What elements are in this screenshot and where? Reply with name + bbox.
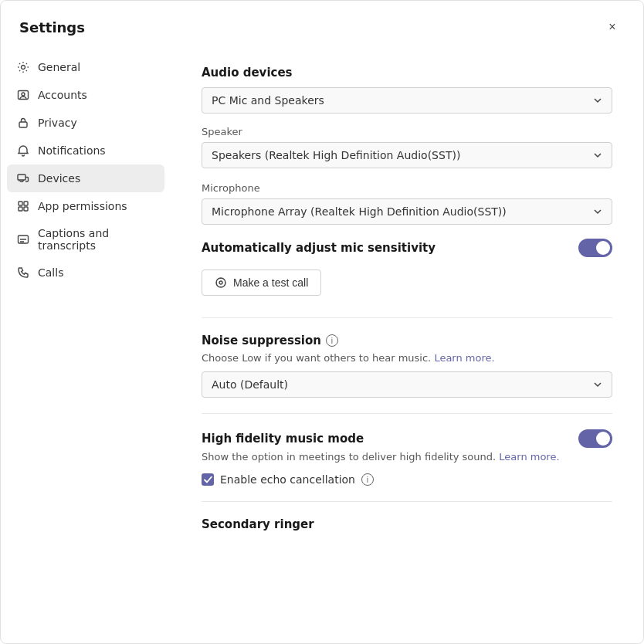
echo-cancellation-checkbox[interactable]	[202, 473, 214, 486]
speaker-dropdown[interactable]: Speakers (Realtek High Definition Audio(…	[202, 142, 612, 168]
close-button[interactable]: ×	[600, 15, 625, 39]
title-bar: Settings ×	[1, 1, 643, 50]
speaker-label: Speaker	[202, 126, 612, 137]
sidebar-item-captions[interactable]: Captions and transcripts	[7, 220, 164, 259]
microphone-dropdown[interactable]: Microphone Array (Realtek High Definitio…	[202, 198, 612, 225]
svg-rect-6	[24, 202, 28, 205]
high-fidelity-row: High fidelity music mode	[202, 429, 612, 448]
high-fidelity-toggle[interactable]	[578, 429, 612, 448]
sidebar-label-captions: Captions and transcripts	[38, 227, 155, 252]
microphone-label: Microphone	[202, 182, 612, 194]
svg-point-0	[22, 66, 25, 69]
audio-devices-title: Audio devices	[202, 66, 612, 80]
chevron-down-icon	[593, 380, 602, 389]
svg-rect-3	[19, 122, 27, 127]
test-call-button[interactable]: Make a test call	[202, 269, 321, 296]
main-content: Audio devices PC Mic and Speakers Speake…	[171, 50, 643, 643]
sidebar-item-privacy[interactable]: Privacy	[7, 109, 164, 137]
divider-2	[202, 413, 612, 414]
svg-rect-4	[18, 175, 25, 180]
phone-icon	[16, 266, 30, 280]
sidebar-label-general: General	[38, 61, 80, 73]
captions-icon	[16, 232, 30, 246]
sidebar-item-general[interactable]: General	[7, 53, 164, 81]
app-permissions-icon	[16, 199, 30, 213]
sidebar-label-notifications: Notifications	[38, 144, 106, 157]
sidebar-item-devices[interactable]: Devices	[7, 164, 164, 192]
echo-cancellation-row: Enable echo cancellation i	[202, 473, 612, 486]
svg-point-11	[219, 281, 222, 284]
microphone-group: Microphone Microphone Array (Realtek Hig…	[202, 182, 612, 225]
lock-icon	[16, 116, 30, 130]
secondary-ringer-title: Secondary ringer	[202, 517, 612, 531]
svg-point-2	[22, 93, 25, 96]
auto-adjust-label: Automatically adjust mic sensitivity	[202, 241, 436, 255]
high-fidelity-label: High fidelity music mode	[202, 432, 364, 446]
sidebar-item-app-permissions[interactable]: App permissions	[7, 192, 164, 220]
divider-3	[202, 501, 612, 502]
window-title: Settings	[19, 19, 85, 36]
noise-suppression-dropdown[interactable]: Auto (Default)	[202, 371, 612, 398]
devices-icon	[16, 171, 30, 185]
sidebar-label-accounts: Accounts	[38, 89, 87, 101]
echo-cancellation-label: Enable echo cancellation	[220, 473, 355, 486]
sidebar: General Accounts	[1, 50, 171, 643]
settings-window: Settings × General	[0, 0, 644, 644]
sidebar-item-notifications[interactable]: Notifications	[7, 137, 164, 164]
svg-rect-7	[19, 207, 22, 211]
auto-adjust-toggle[interactable]	[578, 239, 612, 257]
speaker-value: Speakers (Realtek High Definition Audio(…	[212, 149, 460, 161]
audio-devices-dropdown[interactable]: PC Mic and Speakers	[202, 87, 612, 114]
noise-suppression-info-icon[interactable]: i	[326, 334, 338, 347]
noise-suppression-value: Auto (Default)	[212, 378, 288, 391]
divider-1	[202, 317, 612, 318]
svg-rect-8	[24, 207, 28, 211]
sidebar-label-devices: Devices	[38, 172, 80, 185]
chevron-down-icon	[593, 207, 602, 216]
auto-adjust-row: Automatically adjust mic sensitivity	[202, 239, 612, 257]
noise-suppression-learn-more[interactable]: Learn more.	[434, 352, 494, 364]
sidebar-item-accounts[interactable]: Accounts	[7, 81, 164, 109]
noise-suppression-header: Noise suppression i	[202, 334, 612, 347]
noise-suppression-description: Choose Low if you want others to hear mu…	[202, 352, 612, 364]
sidebar-label-privacy: Privacy	[38, 117, 77, 129]
speaker-group: Speaker Speakers (Realtek High Definitio…	[202, 126, 612, 168]
svg-rect-1	[19, 91, 29, 100]
sidebar-label-app-permissions: App permissions	[38, 200, 127, 212]
chevron-down-icon	[593, 151, 602, 160]
svg-rect-5	[19, 202, 22, 205]
audio-devices-value: PC Mic and Speakers	[212, 94, 324, 107]
content-area: General Accounts	[1, 50, 643, 643]
gear-icon	[16, 60, 30, 74]
accounts-icon	[16, 88, 30, 102]
echo-cancellation-info-icon[interactable]: i	[361, 473, 374, 486]
sidebar-label-calls: Calls	[38, 266, 63, 279]
svg-point-10	[216, 278, 225, 287]
test-call-icon	[215, 276, 227, 289]
high-fidelity-description: Show the option in meetings to deliver h…	[202, 451, 612, 463]
noise-suppression-title: Noise suppression	[202, 334, 321, 347]
bell-icon	[16, 144, 30, 158]
checkmark-icon	[204, 476, 212, 483]
microphone-value: Microphone Array (Realtek High Definitio…	[212, 205, 507, 218]
chevron-down-icon	[593, 96, 602, 105]
test-call-label: Make a test call	[233, 276, 308, 289]
high-fidelity-learn-more[interactable]: Learn more.	[499, 451, 559, 463]
sidebar-item-calls[interactable]: Calls	[7, 259, 164, 286]
